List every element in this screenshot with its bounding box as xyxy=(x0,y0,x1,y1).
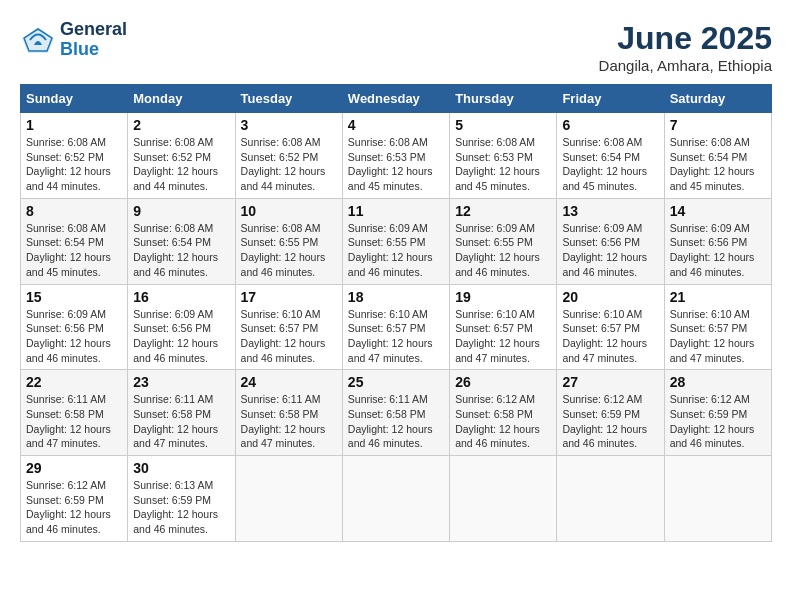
calendar-header-row: Sunday Monday Tuesday Wednesday Thursday… xyxy=(21,85,772,113)
day-number: 15 xyxy=(26,289,122,305)
day-number: 4 xyxy=(348,117,444,133)
day-number: 6 xyxy=(562,117,658,133)
day-number: 3 xyxy=(241,117,337,133)
table-row: 8Sunrise: 6:08 AM Sunset: 6:54 PM Daylig… xyxy=(21,198,128,284)
table-row: 15Sunrise: 6:09 AM Sunset: 6:56 PM Dayli… xyxy=(21,284,128,370)
table-row: 27Sunrise: 6:12 AM Sunset: 6:59 PM Dayli… xyxy=(557,370,664,456)
calendar-body: 1Sunrise: 6:08 AM Sunset: 6:52 PM Daylig… xyxy=(21,113,772,542)
day-info: Sunrise: 6:12 AM Sunset: 6:59 PM Dayligh… xyxy=(670,392,766,451)
day-number: 12 xyxy=(455,203,551,219)
table-row: 12Sunrise: 6:09 AM Sunset: 6:55 PM Dayli… xyxy=(450,198,557,284)
col-saturday: Saturday xyxy=(664,85,771,113)
table-row: 30Sunrise: 6:13 AM Sunset: 6:59 PM Dayli… xyxy=(128,456,235,542)
day-info: Sunrise: 6:12 AM Sunset: 6:59 PM Dayligh… xyxy=(562,392,658,451)
table-row: 18Sunrise: 6:10 AM Sunset: 6:57 PM Dayli… xyxy=(342,284,449,370)
day-info: Sunrise: 6:08 AM Sunset: 6:54 PM Dayligh… xyxy=(26,221,122,280)
day-number: 9 xyxy=(133,203,229,219)
day-info: Sunrise: 6:10 AM Sunset: 6:57 PM Dayligh… xyxy=(348,307,444,366)
day-info: Sunrise: 6:13 AM Sunset: 6:59 PM Dayligh… xyxy=(133,478,229,537)
table-row: 24Sunrise: 6:11 AM Sunset: 6:58 PM Dayli… xyxy=(235,370,342,456)
day-info: Sunrise: 6:09 AM Sunset: 6:56 PM Dayligh… xyxy=(133,307,229,366)
day-info: Sunrise: 6:11 AM Sunset: 6:58 PM Dayligh… xyxy=(26,392,122,451)
day-info: Sunrise: 6:10 AM Sunset: 6:57 PM Dayligh… xyxy=(455,307,551,366)
day-info: Sunrise: 6:10 AM Sunset: 6:57 PM Dayligh… xyxy=(670,307,766,366)
table-row xyxy=(557,456,664,542)
day-info: Sunrise: 6:08 AM Sunset: 6:52 PM Dayligh… xyxy=(241,135,337,194)
logo: General Blue xyxy=(20,20,127,60)
day-number: 30 xyxy=(133,460,229,476)
day-info: Sunrise: 6:12 AM Sunset: 6:58 PM Dayligh… xyxy=(455,392,551,451)
calendar-week-row: 8Sunrise: 6:08 AM Sunset: 6:54 PM Daylig… xyxy=(21,198,772,284)
day-number: 29 xyxy=(26,460,122,476)
logo-text: General Blue xyxy=(60,20,127,60)
day-info: Sunrise: 6:12 AM Sunset: 6:59 PM Dayligh… xyxy=(26,478,122,537)
day-number: 13 xyxy=(562,203,658,219)
day-info: Sunrise: 6:10 AM Sunset: 6:57 PM Dayligh… xyxy=(562,307,658,366)
col-thursday: Thursday xyxy=(450,85,557,113)
table-row: 5Sunrise: 6:08 AM Sunset: 6:53 PM Daylig… xyxy=(450,113,557,199)
day-number: 23 xyxy=(133,374,229,390)
location-subtitle: Dangila, Amhara, Ethiopia xyxy=(599,57,772,74)
title-area: June 2025 Dangila, Amhara, Ethiopia xyxy=(599,20,772,74)
day-info: Sunrise: 6:09 AM Sunset: 6:55 PM Dayligh… xyxy=(348,221,444,280)
col-wednesday: Wednesday xyxy=(342,85,449,113)
table-row: 11Sunrise: 6:09 AM Sunset: 6:55 PM Dayli… xyxy=(342,198,449,284)
col-friday: Friday xyxy=(557,85,664,113)
day-info: Sunrise: 6:08 AM Sunset: 6:55 PM Dayligh… xyxy=(241,221,337,280)
day-number: 24 xyxy=(241,374,337,390)
calendar-table: Sunday Monday Tuesday Wednesday Thursday… xyxy=(20,84,772,542)
table-row: 25Sunrise: 6:11 AM Sunset: 6:58 PM Dayli… xyxy=(342,370,449,456)
day-info: Sunrise: 6:08 AM Sunset: 6:54 PM Dayligh… xyxy=(562,135,658,194)
day-number: 2 xyxy=(133,117,229,133)
month-title: June 2025 xyxy=(599,20,772,57)
day-info: Sunrise: 6:08 AM Sunset: 6:52 PM Dayligh… xyxy=(133,135,229,194)
table-row: 23Sunrise: 6:11 AM Sunset: 6:58 PM Dayli… xyxy=(128,370,235,456)
table-row: 26Sunrise: 6:12 AM Sunset: 6:58 PM Dayli… xyxy=(450,370,557,456)
header: General Blue June 2025 Dangila, Amhara, … xyxy=(20,20,772,74)
calendar-week-row: 29Sunrise: 6:12 AM Sunset: 6:59 PM Dayli… xyxy=(21,456,772,542)
day-info: Sunrise: 6:08 AM Sunset: 6:52 PM Dayligh… xyxy=(26,135,122,194)
table-row: 22Sunrise: 6:11 AM Sunset: 6:58 PM Dayli… xyxy=(21,370,128,456)
day-info: Sunrise: 6:11 AM Sunset: 6:58 PM Dayligh… xyxy=(348,392,444,451)
day-number: 25 xyxy=(348,374,444,390)
day-number: 21 xyxy=(670,289,766,305)
day-number: 7 xyxy=(670,117,766,133)
table-row: 21Sunrise: 6:10 AM Sunset: 6:57 PM Dayli… xyxy=(664,284,771,370)
table-row: 16Sunrise: 6:09 AM Sunset: 6:56 PM Dayli… xyxy=(128,284,235,370)
table-row: 29Sunrise: 6:12 AM Sunset: 6:59 PM Dayli… xyxy=(21,456,128,542)
day-number: 14 xyxy=(670,203,766,219)
day-info: Sunrise: 6:09 AM Sunset: 6:56 PM Dayligh… xyxy=(562,221,658,280)
logo-icon xyxy=(20,25,56,55)
table-row: 19Sunrise: 6:10 AM Sunset: 6:57 PM Dayli… xyxy=(450,284,557,370)
table-row: 28Sunrise: 6:12 AM Sunset: 6:59 PM Dayli… xyxy=(664,370,771,456)
calendar-week-row: 1Sunrise: 6:08 AM Sunset: 6:52 PM Daylig… xyxy=(21,113,772,199)
table-row: 17Sunrise: 6:10 AM Sunset: 6:57 PM Dayli… xyxy=(235,284,342,370)
day-number: 28 xyxy=(670,374,766,390)
day-info: Sunrise: 6:11 AM Sunset: 6:58 PM Dayligh… xyxy=(241,392,337,451)
table-row: 20Sunrise: 6:10 AM Sunset: 6:57 PM Dayli… xyxy=(557,284,664,370)
svg-marker-0 xyxy=(22,27,54,53)
table-row: 3Sunrise: 6:08 AM Sunset: 6:52 PM Daylig… xyxy=(235,113,342,199)
table-row: 6Sunrise: 6:08 AM Sunset: 6:54 PM Daylig… xyxy=(557,113,664,199)
day-number: 5 xyxy=(455,117,551,133)
day-info: Sunrise: 6:10 AM Sunset: 6:57 PM Dayligh… xyxy=(241,307,337,366)
day-number: 27 xyxy=(562,374,658,390)
table-row xyxy=(664,456,771,542)
logo-general: General xyxy=(60,19,127,39)
day-info: Sunrise: 6:09 AM Sunset: 6:56 PM Dayligh… xyxy=(670,221,766,280)
day-number: 10 xyxy=(241,203,337,219)
table-row: 14Sunrise: 6:09 AM Sunset: 6:56 PM Dayli… xyxy=(664,198,771,284)
day-number: 19 xyxy=(455,289,551,305)
day-number: 11 xyxy=(348,203,444,219)
table-row: 2Sunrise: 6:08 AM Sunset: 6:52 PM Daylig… xyxy=(128,113,235,199)
table-row: 13Sunrise: 6:09 AM Sunset: 6:56 PM Dayli… xyxy=(557,198,664,284)
day-number: 16 xyxy=(133,289,229,305)
day-info: Sunrise: 6:08 AM Sunset: 6:54 PM Dayligh… xyxy=(670,135,766,194)
table-row: 9Sunrise: 6:08 AM Sunset: 6:54 PM Daylig… xyxy=(128,198,235,284)
col-tuesday: Tuesday xyxy=(235,85,342,113)
table-row xyxy=(235,456,342,542)
table-row xyxy=(450,456,557,542)
col-monday: Monday xyxy=(128,85,235,113)
table-row: 1Sunrise: 6:08 AM Sunset: 6:52 PM Daylig… xyxy=(21,113,128,199)
day-number: 1 xyxy=(26,117,122,133)
